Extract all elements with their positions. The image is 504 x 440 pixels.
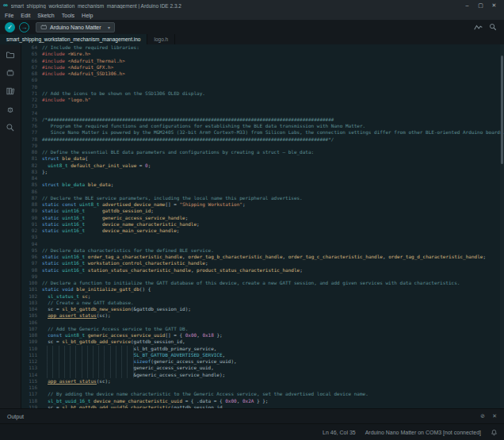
- library-manager-icon[interactable]: [6, 86, 15, 96]
- main-area: 64// Include the required libraries:65#i…: [0, 44, 504, 408]
- code-line: 82 uint8_t default_char_init_value = 0;: [21, 163, 504, 169]
- code-token: // Define the essential BLE data paramet…: [42, 149, 314, 155]
- line-content: sc = sl_bt_gattdb_add_uuid16_characteris…: [42, 404, 225, 408]
- code-token: #include: [42, 58, 68, 63]
- code-editor[interactable]: 64// Include the required libraries:65#i…: [21, 44, 504, 408]
- code-token: ;: [205, 260, 208, 266]
- line-number: 95: [21, 247, 42, 254]
- code-token: ble_initialize_gatt_db: [76, 286, 139, 292]
- line-content: // Add the Generic Access service to the…: [42, 326, 188, 332]
- tab-logo-h[interactable]: logo.h: [147, 34, 175, 44]
- line-content: #include <Wire.h>: [42, 51, 90, 57]
- line-number: 85: [21, 182, 42, 188]
- code-token: uint8_t: [65, 332, 85, 338]
- menu-tools[interactable]: Tools: [62, 13, 74, 18]
- line-number: 104: [21, 306, 42, 312]
- menu-file[interactable]: File: [5, 13, 13, 18]
- code-line: 94: [21, 241, 504, 247]
- board-selector-label: Arduino Nano Matter: [50, 25, 101, 30]
- code-line: 87// Declare the BLE service parameters,…: [21, 195, 504, 201]
- menu-bar: File Edit Sketch Tools Help: [0, 11, 504, 20]
- code-token: ;: [483, 254, 486, 259]
- serial-monitor-icon[interactable]: [489, 23, 497, 31]
- code-line: 77 Since Nano Matter is powered by the M…: [21, 129, 504, 136]
- code-token: generic_access_service_handle: [102, 215, 185, 220]
- board-connection-status[interactable]: Arduino Nano Matter on COM3 [not connect…: [365, 430, 481, 435]
- clear-output-icon[interactable]: ⊘: [480, 413, 485, 419]
- boards-manager-icon[interactable]: [6, 68, 15, 78]
- output-panel-actions: ⊘ ✕: [480, 413, 497, 419]
- line-number: 90: [21, 215, 42, 221]
- close-button[interactable]: ✕: [487, 0, 501, 11]
- line-content: const uint8_t generic_access_service_uui…: [42, 332, 223, 339]
- notifications-bell-icon[interactable]: [491, 429, 498, 436]
- code-token: &generic_access_service_handle);: [42, 372, 225, 377]
- line-number: 65: [21, 51, 42, 57]
- line-content: ########################################…: [42, 136, 334, 143]
- code-line: 98static uint16_t station_status_charact…: [21, 267, 504, 274]
- code-token: "logo.h": [68, 97, 91, 102]
- line-number: 100: [21, 280, 42, 286]
- code-line: 92static uint16_t device_main_service_ha…: [21, 228, 504, 234]
- editor-scrollbar[interactable]: [500, 44, 504, 408]
- code-token: };: [214, 332, 223, 338]
- code-token: uint8_t: [79, 201, 99, 207]
- code-token: ########################################…: [42, 136, 334, 142]
- code-line: 95// Declare data characteristics for th…: [21, 247, 504, 254]
- line-content: static uint16_t device_main_service_hand…: [42, 228, 179, 234]
- check-icon: ✓: [7, 24, 13, 31]
- code-token: uint16_t: [62, 215, 85, 220]
- board-selector[interactable]: Arduino Nano Matter ▾: [36, 22, 115, 33]
- line-number: 69: [21, 77, 42, 83]
- code-line: 86: [21, 189, 504, 195]
- code-line: 119 sc = sl_bt_gattdb_add_uuid16_charact…: [21, 404, 504, 408]
- code-line: 75/*####################################…: [21, 117, 504, 123]
- upload-button[interactable]: →: [19, 22, 29, 33]
- code-token: station_status_characteristic_handle: [88, 267, 191, 273]
- verify-button[interactable]: ✓: [5, 22, 15, 33]
- code-line: 97static uint16_t workstation_control_ch…: [21, 260, 504, 266]
- line-content: // Declare a function to initialize the …: [42, 280, 460, 286]
- scrollbar-thumb[interactable]: [501, 55, 503, 165]
- code-token: ;: [197, 221, 200, 227]
- code-token: device_name_characteristic_uuid: [94, 398, 182, 404]
- code-token: <Adafruit_GFX.h>: [68, 64, 114, 70]
- code-token: #include: [42, 51, 68, 56]
- minimize-button[interactable]: –: [460, 0, 474, 11]
- serial-plotter-icon[interactable]: [474, 24, 483, 31]
- close-output-icon[interactable]: ✕: [492, 413, 497, 419]
- code-token: static: [42, 228, 62, 233]
- code-line: 89static uint16_t gattdb_session_id;: [21, 208, 504, 214]
- arrow-right-icon: →: [21, 24, 28, 31]
- code-line: 85struct ble_data ble_data;: [21, 182, 504, 188]
- search-icon[interactable]: [6, 123, 15, 132]
- code-line: 70: [21, 84, 504, 90]
- line-content: };: [42, 169, 48, 175]
- tab-sketch-ino[interactable]: smart_shipping_workstation_mechanism_man…: [0, 34, 147, 44]
- code-line: 93: [21, 234, 504, 240]
- line-number: 98: [21, 267, 42, 274]
- menu-sketch[interactable]: Sketch: [37, 13, 54, 18]
- line-number: 82: [21, 163, 42, 169]
- code-line: 71// Add the icons to be shown on the SS…: [21, 90, 504, 97]
- menu-help[interactable]: Help: [82, 13, 93, 18]
- code-token: ble_data: [62, 182, 85, 187]
- sketchbook-icon[interactable]: [6, 50, 15, 59]
- menu-edit[interactable]: Edit: [21, 13, 30, 18]
- debug-icon[interactable]: [6, 105, 15, 114]
- maximize-button[interactable]: ▢: [474, 0, 487, 11]
- code-token: device_main_service_handle: [102, 228, 177, 233]
- cursor-position[interactable]: Ln 46, Col 35: [323, 430, 356, 435]
- code-token: // Create a new GATT database.: [48, 300, 133, 305]
- code-token: device_name_characteristic_handle: [102, 221, 197, 227]
- code-token: [85, 215, 102, 220]
- code-token: =: [136, 163, 145, 168]
- line-content: generic_access_service_uuid,: [42, 365, 214, 371]
- line-number: 111: [21, 352, 42, 358]
- line-content: // By adding the device name characteris…: [42, 391, 368, 397]
- line-number: 67: [21, 64, 42, 71]
- line-number: 118: [21, 398, 42, 404]
- line-content: app_assert_status(sc);: [42, 312, 111, 319]
- code-line: 76 Program the required functions and co…: [21, 123, 504, 129]
- line-number: 112: [21, 358, 42, 365]
